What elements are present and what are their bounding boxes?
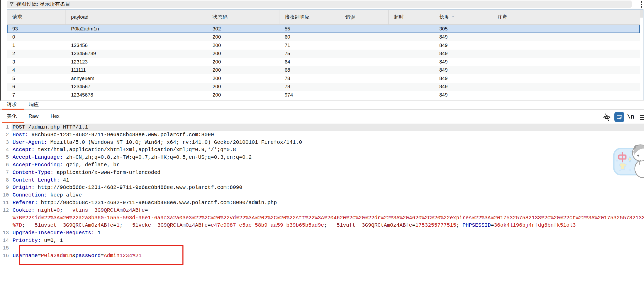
cell-received: 68 xyxy=(279,66,340,75)
more-options-icon[interactable] xyxy=(640,1,643,8)
cell-received: 75 xyxy=(279,50,340,58)
editor-line: 3User-Agent: Mozilla/5.0 (Windows NT 10.… xyxy=(0,139,644,146)
cell-error xyxy=(340,41,389,50)
editor-line: 7Content-Type: application/x-www-form-ur… xyxy=(0,169,644,177)
cell-status: 302 xyxy=(207,25,279,33)
cell-timeout xyxy=(389,58,434,66)
cell-payload: P0la2adm1n xyxy=(66,25,207,33)
editor-line: 8Content-Length: 41 xyxy=(0,177,644,184)
line-number: 10 xyxy=(0,192,9,199)
cell-timeout xyxy=(389,91,434,99)
table-scrollbar[interactable] xyxy=(640,10,643,100)
hide-eye-icon[interactable] xyxy=(603,113,611,123)
cell-payload: 111111 xyxy=(66,66,207,75)
cell-length: 849 xyxy=(434,33,492,41)
col-header-payload[interactable]: payload xyxy=(66,10,207,24)
line-number: 3 xyxy=(0,139,9,146)
cell-timeout xyxy=(389,74,434,83)
table-row[interactable]: 5anhyeuem20078849 xyxy=(7,74,640,83)
panel-splitter[interactable] xyxy=(0,100,644,100)
cell-status: 200 xyxy=(207,50,279,58)
sort-ascending-icon: ^ xyxy=(451,15,454,19)
cell-timeout xyxy=(389,33,434,41)
cell-payload: 1234567 xyxy=(66,83,207,91)
cell-comment xyxy=(492,83,640,91)
col-header-response-received[interactable]: 接收到响应 xyxy=(279,10,340,24)
cell-comment xyxy=(492,74,640,83)
cell-received: 60 xyxy=(279,33,340,41)
cell-request: 0 xyxy=(7,33,66,41)
col-header-timeout[interactable]: 超时 xyxy=(389,10,434,24)
cell-error xyxy=(340,58,389,66)
editor-line: 13Upgrade-Insecure-Requests: 1 xyxy=(0,229,644,237)
tab-response[interactable]: 响应 xyxy=(29,101,39,109)
line-number: 8 xyxy=(0,177,9,184)
cell-length: 849 xyxy=(434,41,492,50)
cell-payload: 123456789 xyxy=(66,50,207,58)
editor-line: 9Origin: http://98cb568c-1231-4682-9711-… xyxy=(0,184,644,192)
table-header-row: 请求 payload 状态码 接收到响应 错误 超时 长度^ 注释 xyxy=(7,10,640,25)
cell-length: 305 xyxy=(434,25,492,33)
cell-timeout xyxy=(389,25,434,33)
tab-raw[interactable]: Raw xyxy=(29,112,39,120)
cell-timeout xyxy=(389,41,434,50)
cell-received: 55 xyxy=(279,25,340,33)
cell-request: 2 xyxy=(7,50,66,58)
table-row[interactable]: 6123456720078849 xyxy=(7,83,640,91)
cell-status: 200 xyxy=(207,83,279,91)
col-header-length[interactable]: 长度^ xyxy=(434,10,492,24)
editor-line: %7D; __51uvsct__3G9QRCtAmOz4ABfe=1; __51… xyxy=(0,222,644,229)
cell-length: 849 xyxy=(434,83,492,91)
line-number: 4 xyxy=(0,146,9,154)
editor-line: 12Cookie: night=0; __vtins__3G9QRCtAmOz4… xyxy=(0,207,644,214)
col-header-error[interactable]: 错误 xyxy=(340,10,389,24)
cell-error xyxy=(340,33,389,41)
cell-error xyxy=(340,25,389,33)
cell-comment xyxy=(492,58,640,66)
table-row[interactable]: 93P0la2adm1n30255305 xyxy=(7,25,640,33)
cell-comment xyxy=(492,50,640,58)
cell-received: 64 xyxy=(279,58,340,66)
cell-timeout xyxy=(389,83,434,91)
request-editor[interactable]: 1POST /admin.php HTTP/1.12Host: 98cb568c… xyxy=(0,123,644,292)
line-number: 12 xyxy=(0,207,9,214)
col-header-comment[interactable]: 注释 xyxy=(492,10,640,24)
cell-request: 93 xyxy=(7,25,66,33)
cell-request: 7 xyxy=(7,91,66,99)
table-row[interactable]: 411111120068849 xyxy=(7,66,640,75)
cell-payload: 123123 xyxy=(66,58,207,66)
table-row[interactable]: 712345678200974849 xyxy=(7,91,640,99)
cell-payload xyxy=(66,33,207,41)
cell-request: 6 xyxy=(7,83,66,91)
cell-length: 849 xyxy=(434,66,492,75)
table-row[interactable]: 312312320064849 xyxy=(7,58,640,66)
cell-payload: anhyeuem xyxy=(66,74,207,83)
newline-icon[interactable]: \n xyxy=(627,114,634,120)
cell-request: 3 xyxy=(7,58,66,66)
editor-line: 11Referer: http://98cb568c-1231-4682-971… xyxy=(0,199,644,207)
tab-request[interactable]: 请求 xyxy=(7,101,17,109)
line-number: 7 xyxy=(0,169,9,177)
tab-pretty[interactable]: 美化 xyxy=(7,112,17,120)
word-wrap-icon[interactable] xyxy=(614,112,624,122)
cell-status: 200 xyxy=(207,33,279,41)
cell-error xyxy=(340,50,389,58)
editor-line: 1POST /admin.php HTTP/1.1 xyxy=(0,124,644,131)
table-row[interactable]: 112345620071849 xyxy=(7,41,640,50)
active-tab-indicator xyxy=(2,109,24,110)
menu-icon[interactable] xyxy=(640,115,644,120)
table-row[interactable]: 212345678920075849 xyxy=(7,50,640,58)
attack-results-table: 请求 payload 状态码 接收到响应 错误 超时 长度^ 注释 93P0la… xyxy=(7,9,643,100)
annotation-red-box xyxy=(19,245,183,265)
tab-hex[interactable]: Hex xyxy=(51,112,59,120)
cell-comment xyxy=(492,66,640,75)
view-filter-bar[interactable]: 视图过滤: 显示所有条目 xyxy=(7,1,632,8)
cell-length: 849 xyxy=(434,91,492,99)
line-number: 9 xyxy=(0,184,9,192)
line-number: 1 xyxy=(0,124,9,131)
table-row[interactable]: 020060849 xyxy=(7,33,640,41)
cell-payload: 12345678 xyxy=(66,91,207,99)
col-header-request[interactable]: 请求 xyxy=(7,10,66,24)
col-header-status[interactable]: 状态码 xyxy=(207,10,279,24)
cell-comment xyxy=(492,25,640,33)
